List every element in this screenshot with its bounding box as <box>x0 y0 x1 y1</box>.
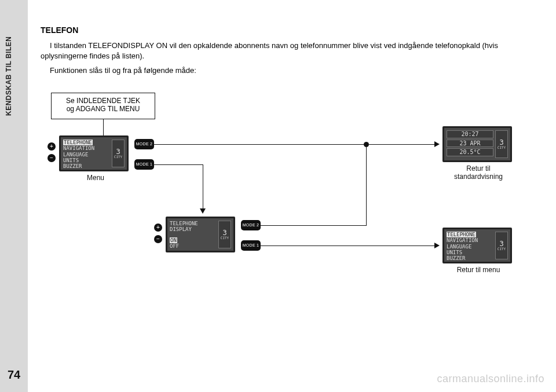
gear-indicator: 3 <box>222 229 226 236</box>
section-label: KENDSKAB TIL BILEN <box>5 36 13 116</box>
caption-standard-line1: Retur til <box>442 164 514 173</box>
standard-row-temp: 20.5°C <box>447 148 493 156</box>
connector-line <box>261 246 434 246</box>
detail-option-off: OFF <box>170 243 217 249</box>
caption-standard-line2: standardvisning <box>442 173 514 181</box>
return-item-buzzer: BUZZER <box>447 255 493 261</box>
city-label: CITY <box>221 236 229 240</box>
mode1-button[interactable]: MODE 1 <box>134 159 154 170</box>
minus-button[interactable]: − <box>154 235 162 243</box>
intro-line2: og ADGANG TIL MENU <box>52 105 155 113</box>
paragraph-2: Funktionen slås til og fra på følgende m… <box>41 65 539 76</box>
menu-item-language: LANGUAGE <box>63 152 110 157</box>
screen-telephone-display: TELEPHONE DISPLAY ON OFF 3 CITY <box>166 217 235 252</box>
mode2-button[interactable]: MODE 2 <box>241 220 261 230</box>
intro-line1: Se INDLEDENDE TJEK <box>52 97 155 105</box>
gear-indicator: 3 <box>499 139 503 146</box>
plus-button[interactable]: + <box>47 142 56 151</box>
page-number: 74 <box>2 368 25 382</box>
menu-item-navigation: NAVIGATION <box>63 145 110 151</box>
gear-indicator: 3 <box>116 148 120 155</box>
connector-line <box>369 144 434 145</box>
content: TELEFON I tilstanden TELEFONDISPLAY ON v… <box>41 25 539 80</box>
connector-line <box>154 144 365 145</box>
menu-item-buzzer: BUZZER <box>63 163 110 169</box>
return-item-units: UNITS <box>447 250 493 255</box>
caption-return-menu: Retur til menu <box>442 266 514 274</box>
return-item-navigation: NAVIGATION <box>447 237 493 243</box>
heading-telefon: TELEFON <box>41 25 539 35</box>
watermark: carmanualsonline.info <box>437 373 544 385</box>
screen-return-menu: TELEPHONE NAVIGATION LANGUAGE UNITS BUZZ… <box>442 228 512 263</box>
mode1-button[interactable]: MODE 1 <box>241 240 261 251</box>
arrow-down-icon <box>200 208 206 214</box>
screen-menu: TELEPHONE NAVIGATION LANGUAGE UNITS BUZZ… <box>59 135 129 171</box>
standard-row-time: 20:27 <box>447 130 493 138</box>
mode2-button[interactable]: MODE 2 <box>134 139 154 149</box>
side-tab: KENDSKAB TIL BILEN 74 <box>0 0 28 392</box>
connector-line <box>103 119 104 135</box>
caption-menu: Menu <box>75 174 116 182</box>
return-item-language: LANGUAGE <box>447 244 493 250</box>
detail-title2: DISPLAY <box>170 226 217 232</box>
city-label: CITY <box>114 155 122 159</box>
connector-line <box>154 164 203 165</box>
flow-diagram: Se INDLEDENDE TJEK og ADGANG TIL MENU + … <box>41 93 539 301</box>
screen-standard-display: 20:27 23 APR 20.5°C 3 CITY <box>442 126 512 162</box>
menu-item-telephone: TELEPHONE <box>63 140 93 145</box>
arrow-right-icon <box>434 141 440 147</box>
connector-line <box>261 225 366 226</box>
menu-item-units: UNITS <box>63 157 110 163</box>
paragraph-1: I tilstanden TELEFONDISPLAY ON vil den o… <box>41 41 539 61</box>
detail-title1: TELEPHONE <box>170 221 217 226</box>
standard-row-date: 23 APR <box>447 140 493 148</box>
connector-line <box>366 146 367 226</box>
detail-option-on: ON <box>170 237 177 243</box>
arrow-right-icon <box>434 243 440 248</box>
return-item-telephone: TELEPHONE <box>447 232 476 237</box>
minus-button[interactable]: − <box>47 154 56 162</box>
gear-indicator: 3 <box>499 240 503 247</box>
city-label: CITY <box>498 146 506 150</box>
connector-line <box>203 164 203 209</box>
caption-standard: Retur til standardvisning <box>442 164 514 181</box>
city-label: CITY <box>498 247 506 251</box>
intro-box: Se INDLEDENDE TJEK og ADGANG TIL MENU <box>51 93 155 119</box>
plus-button[interactable]: + <box>154 224 162 232</box>
